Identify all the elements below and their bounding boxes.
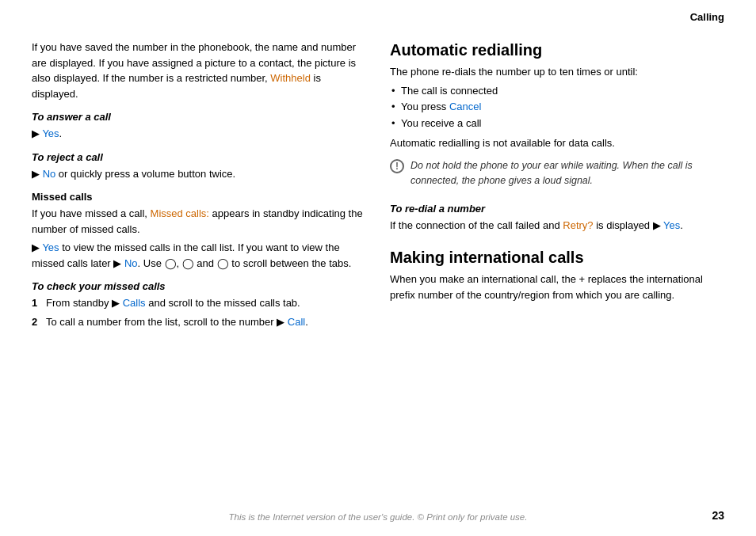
to-redial-retry: Retry? (563, 219, 593, 231)
list-item: 2 To call a number from the list, scroll… (32, 314, 366, 330)
missed-calls-body: If you have missed a call, Missed calls:… (32, 206, 366, 237)
left-column: If you have saved the number in the phon… (32, 40, 366, 339)
footer-text: This is the Internet version of the user… (229, 512, 528, 522)
to-reject-heading: To reject a call (32, 151, 366, 163)
missed-calls-heading: Missed calls (32, 191, 366, 203)
scroll-icons: ◯, ◯ and ◯ (165, 257, 229, 269)
auto-redialling-heading: Automatic redialling (390, 41, 724, 59)
bullet-text-receive: You receive a call (401, 117, 481, 129)
missed-calls-no: No (124, 257, 138, 269)
missed-calls-arrow: ▶ (32, 241, 42, 253)
to-check-section: To check your missed calls 1 From standb… (32, 280, 366, 329)
to-redial-section: To re-dial a number If the connection of… (390, 203, 724, 234)
to-reject-text: or quickly press a volume button twice. (55, 168, 235, 180)
to-reject-arrow: ▶ (32, 168, 43, 180)
page-header-title: Calling (690, 11, 724, 23)
list-item: You receive a call (390, 116, 724, 132)
to-answer-arrow: ▶ (32, 127, 42, 139)
international-calls-body: When you make an international call, the… (390, 272, 724, 302)
intro-withheld: Withheld (270, 72, 311, 84)
missed-calls-text1: If you have missed a call, (32, 207, 151, 219)
page: Calling If you have saved the number in … (0, 0, 756, 536)
bullet-text-connected: The call is connected (401, 85, 498, 97)
to-redial-text1: If the connection of the call failed and (390, 219, 563, 231)
to-answer-heading: To answer a call (32, 111, 366, 123)
to-reject-section: To reject a call ▶ No or quickly press a… (32, 151, 366, 182)
auto-redialling-bullets: The call is connected You press Cancel Y… (390, 83, 724, 132)
to-answer-action: ▶ Yes. (32, 126, 366, 142)
step-number: 1 (32, 295, 37, 311)
missed-calls-scroll: to scroll between the tabs. (231, 257, 351, 269)
missed-calls-action: ▶ Yes to view the missed calls in the ca… (32, 240, 366, 271)
step1-text2: and scroll to the missed calls tab. (146, 297, 300, 309)
to-reject-action: ▶ No or quickly press a volume button tw… (32, 166, 366, 182)
missed-calls-text4: . Use (138, 257, 162, 269)
step2-text1: To call a number from the list, scroll t… (46, 316, 288, 328)
bullet-cancel: Cancel (449, 101, 481, 112)
to-redial-text2: is displayed ▶ (594, 219, 664, 231)
to-redial-yes: Yes (663, 219, 680, 231)
list-item: You press Cancel (390, 99, 724, 116)
bullet-text-press: You press (401, 101, 449, 112)
missed-calls-section: Missed calls If you have missed a call, … (32, 191, 366, 271)
step2-call: Call (288, 316, 305, 328)
to-answer-yes: Yes (42, 127, 59, 139)
to-check-heading: To check your missed calls (32, 280, 366, 292)
to-redial-body: If the connection of the call failed and… (390, 218, 724, 234)
missed-calls-yes: Yes (42, 241, 59, 253)
international-calls-section: Making international calls When you make… (390, 249, 724, 302)
to-reject-no: No (43, 168, 56, 180)
to-redial-text3: . (680, 219, 683, 231)
intro-paragraph: If you have saved the number in the phon… (32, 40, 366, 101)
international-calls-heading: Making international calls (390, 249, 724, 267)
footer: This is the Internet version of the user… (0, 512, 756, 522)
page-number: 23 (712, 509, 724, 522)
auto-redialling-intro: The phone re-dials the number up to ten … (390, 64, 724, 80)
to-check-steps: 1 From standby ▶ Calls and scroll to the… (32, 295, 366, 329)
to-redial-heading: To re-dial a number (390, 203, 724, 215)
right-column: Automatic redialling The phone re-dials … (390, 40, 724, 339)
step2-text2: . (305, 316, 308, 328)
step-number: 2 (32, 314, 37, 330)
to-answer-section: To answer a call ▶ Yes. (32, 111, 366, 142)
step1-calls: Calls (123, 297, 146, 309)
note-text: Do not hold the phone to your ear while … (410, 158, 724, 188)
note-box: ! Do not hold the phone to your ear whil… (390, 158, 724, 188)
step1-text1: From standby ▶ (46, 297, 123, 309)
note-icon: ! (390, 159, 404, 173)
auto-redialling-section: Automatic redialling The phone re-dials … (390, 41, 724, 188)
missed-calls-highlight: Missed calls: (151, 207, 209, 219)
auto-redialling-footer: Automatic redialling is not available fo… (390, 135, 724, 151)
to-answer-period: . (59, 127, 63, 139)
list-item: 1 From standby ▶ Calls and scroll to the… (32, 295, 366, 311)
list-item: The call is connected (390, 83, 724, 100)
